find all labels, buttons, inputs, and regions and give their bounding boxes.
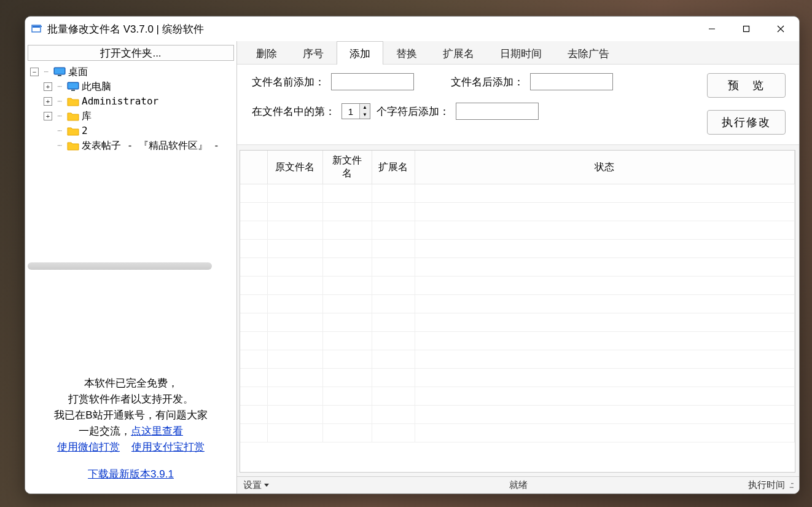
tree-connector-icon: ┄ [53, 94, 66, 109]
table-row[interactable] [240, 221, 795, 240]
table-row[interactable] [240, 240, 795, 258]
close-button[interactable] [763, 18, 798, 40]
tree-item-label: 此电脑 [82, 79, 111, 94]
left-panel: 打开文件夹... −┄桌面+┄此电脑+┄Administrator+┄库┄2┄发… [25, 41, 237, 493]
tree-collapse-icon[interactable]: − [30, 68, 39, 76]
tab-ads[interactable]: 去除广告 [555, 41, 622, 65]
tab-replace[interactable]: 替换 [383, 41, 430, 65]
tree-connector-icon: ┄ [53, 79, 66, 94]
tree-expand-icon[interactable]: + [44, 82, 52, 91]
tab-bar: 删除序号添加替换扩展名日期时间去除广告 [237, 41, 799, 65]
folder-icon [67, 96, 79, 107]
link-donate-alipay[interactable]: 使用支付宝打赏 [131, 441, 205, 453]
col-header-3[interactable]: 扩展名 [372, 151, 415, 184]
exec-time-label: 执行时间 .:: [748, 479, 793, 491]
link-download-latest[interactable]: 下载最新版本3.9.1 [88, 468, 174, 480]
folder-icon [67, 140, 79, 151]
folder-icon [67, 111, 79, 122]
table-row[interactable] [240, 184, 795, 203]
table-row[interactable] [240, 258, 795, 277]
col-header-0[interactable] [240, 151, 267, 184]
insert-position-spinner[interactable]: ▲ ▼ [342, 103, 370, 119]
tree-item-5[interactable]: ┄发表帖子 - 『精品软件区』 - [26, 138, 235, 153]
insert-after-label: 个字符后添加： [377, 104, 450, 119]
tree-item-0[interactable]: −┄桌面 [26, 65, 235, 79]
table-row[interactable] [240, 332, 795, 350]
status-bar: 设置 就绪 执行时间 .:: [237, 476, 799, 493]
link-donate-wechat[interactable]: 使用微信打赏 [57, 441, 120, 453]
tree-connector-icon: ┄ [53, 138, 66, 153]
open-folder-button[interactable]: 打开文件夹... [28, 45, 234, 61]
promo-line2: 打赏软件作者以支持开发。 [28, 391, 234, 407]
tree-expand-icon[interactable]: + [44, 97, 52, 106]
tab-add[interactable]: 添加 [337, 41, 383, 65]
resize-grip-icon: .:: [787, 479, 793, 490]
col-header-4[interactable]: 状态 [415, 151, 795, 184]
chevron-down-icon [264, 484, 269, 487]
settings-menu[interactable]: 设置 [243, 479, 269, 491]
svg-rect-1 [33, 26, 40, 28]
col-header-2[interactable]: 新文件名 [322, 151, 372, 184]
app-icon [31, 24, 42, 34]
tree-item-label: Administrator [82, 94, 158, 109]
app-window: 批量修改文件名 V3.7.0 | 缤纷软件 打开文件夹... −┄桌面+┄此电脑… [25, 16, 800, 494]
prefix-input[interactable] [331, 73, 414, 90]
table-row[interactable] [240, 277, 795, 295]
insert-text-input[interactable] [456, 103, 539, 120]
spin-down-icon[interactable]: ▼ [360, 111, 370, 119]
table-row[interactable] [240, 295, 795, 313]
tree-connector-icon: ┄ [40, 65, 52, 79]
tree-connector-icon: ┄ [53, 109, 66, 124]
table-row[interactable] [240, 350, 795, 369]
folder-tree[interactable]: −┄桌面+┄此电脑+┄Administrator+┄库┄2┄发表帖子 - 『精品… [25, 63, 236, 260]
svg-rect-12 [71, 90, 75, 91]
tab-delete[interactable]: 删除 [243, 41, 290, 65]
minimize-button[interactable] [695, 18, 729, 40]
tree-item-3[interactable]: +┄库 [26, 109, 235, 124]
tree-item-label: 库 [82, 109, 92, 124]
settings-label: 设置 [243, 479, 262, 491]
spin-up-icon[interactable]: ▲ [360, 104, 370, 111]
tree-item-2[interactable]: +┄Administrator [26, 94, 235, 109]
right-panel: 删除序号添加替换扩展名日期时间去除广告 文件名前添加： 文件名后添加： 在文件名… [237, 41, 799, 493]
tab-ext[interactable]: 扩展名 [430, 41, 487, 65]
suffix-input[interactable] [530, 73, 613, 90]
promo-line3b: 一起交流， [79, 425, 131, 437]
table-header-row: 原文件名新文件名扩展名状态 [240, 151, 795, 184]
tree-item-1[interactable]: +┄此电脑 [26, 79, 235, 94]
table-row[interactable] [240, 406, 795, 424]
tree-item-4[interactable]: ┄2 [26, 124, 235, 138]
tree-item-label: 发表帖子 - 『精品软件区』 - [82, 138, 219, 153]
svg-rect-9 [58, 75, 61, 76]
tree-expand-icon[interactable]: + [44, 112, 52, 120]
tab-date[interactable]: 日期时间 [487, 41, 555, 65]
table-row[interactable] [240, 424, 795, 442]
link-view-bilibili[interactable]: 点这里查看 [131, 425, 183, 437]
svg-rect-11 [68, 83, 78, 88]
suffix-label: 文件名后添加： [451, 75, 524, 89]
insert-position-input[interactable] [342, 104, 359, 119]
table-row[interactable] [240, 369, 795, 387]
table-row[interactable] [240, 313, 795, 332]
preview-button[interactable]: 预 览 [707, 73, 786, 98]
insert-pos-label: 在文件名中的第： [252, 104, 335, 119]
col-header-1[interactable]: 原文件名 [267, 151, 322, 184]
folder-icon [67, 125, 79, 136]
execute-button[interactable]: 执行修改 [707, 110, 786, 135]
svg-rect-4 [744, 26, 749, 32]
status-ready: 就绪 [509, 479, 528, 491]
tree-item-label: 2 [82, 124, 88, 138]
prefix-label: 文件名前添加： [252, 75, 325, 89]
monitor-icon [67, 81, 79, 92]
tab-number[interactable]: 序号 [290, 41, 337, 65]
file-table: 原文件名新文件名扩展名状态 [240, 151, 795, 442]
file-grid[interactable]: 原文件名新文件名扩展名状态 [240, 150, 795, 473]
tree-item-label: 桌面 [68, 65, 88, 79]
add-tab-panel: 文件名前添加： 文件名后添加： 在文件名中的第： ▲ ▼ [237, 65, 799, 145]
maximize-button[interactable] [729, 18, 763, 40]
table-row[interactable] [240, 203, 795, 221]
table-body [240, 184, 795, 442]
table-row[interactable] [240, 387, 795, 406]
promo-line1: 本软件已完全免费， [28, 375, 234, 391]
horizontal-scrollbar[interactable] [28, 262, 212, 270]
